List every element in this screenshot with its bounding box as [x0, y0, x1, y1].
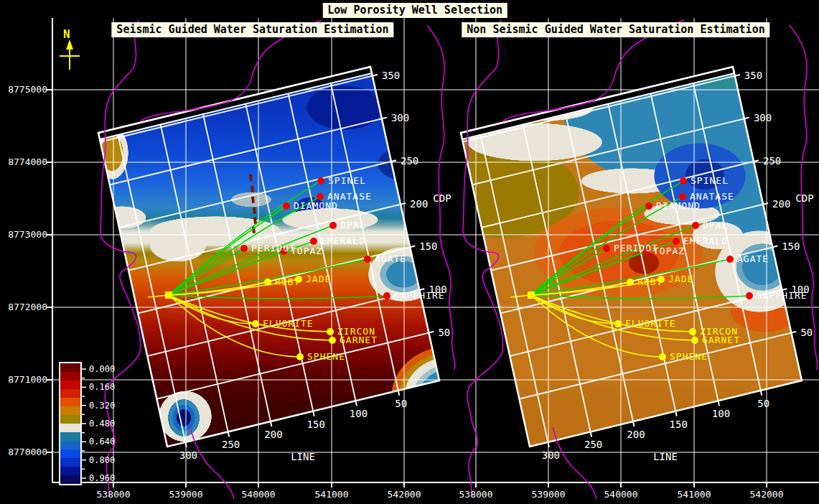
well-label-garnet: GARNET — [702, 335, 740, 345]
cdp-axis-label: 250 — [401, 156, 418, 167]
survey-cdp-tick — [373, 75, 378, 76]
survey-line-tick — [548, 442, 549, 447]
cdp-axis-label: 300 — [391, 113, 409, 123]
cdp-axis-label: 150 — [782, 241, 800, 252]
survey-cdp-tick — [791, 332, 796, 333]
well-label-agate: AGATE — [737, 254, 769, 264]
colorbar-tick-label: 0.320 — [89, 401, 115, 410]
well-label-ruby: RUBY — [637, 277, 663, 287]
survey-cdp-tick — [382, 118, 387, 119]
survey-line-tick — [228, 431, 230, 437]
cdp-axis-label: 50 — [438, 327, 450, 338]
cdp-axis-label: 50 — [800, 327, 813, 338]
well-label-ruby: RUBY — [275, 277, 300, 287]
x-axis-label: 539000 — [169, 490, 203, 500]
y-axis-label: 8773000 — [0, 230, 47, 240]
line-axis-title: LINE — [291, 452, 315, 462]
well-label-fluorite: FLUORITE — [625, 319, 676, 329]
x-axis-label: 541000 — [315, 490, 349, 500]
panel-title-non-seismic: Non Seismic Guided Water Saturation Esti… — [462, 22, 769, 37]
survey-line-tick — [675, 411, 677, 416]
colorbar-swatch — [60, 363, 80, 372]
colorbar-swatch — [60, 449, 80, 458]
survey-cdp-tick — [410, 246, 415, 248]
well-label-garnet: GARNET — [340, 335, 378, 345]
well-label-jade: JADE — [306, 274, 331, 284]
well-label-sphene: SPHENE — [307, 352, 345, 362]
line-axis-label: 150 — [670, 419, 688, 430]
colorbar-tick-label: 0.160 — [89, 383, 115, 391]
line-axis-label: 100 — [350, 409, 368, 419]
survey-line-tick — [633, 421, 635, 426]
cdp-axis-label: 250 — [763, 156, 781, 167]
colorbar-swatch — [60, 415, 80, 424]
colorbar-tick-label: 0.480 — [89, 419, 115, 428]
well-label-spinel: SPINEL — [328, 176, 366, 186]
well-label-topaz: TOPAZ — [653, 246, 685, 256]
survey-line-tick — [398, 391, 400, 396]
y-axis-label: 8775000 — [0, 85, 47, 95]
cdp-axis-title: CDP — [433, 193, 451, 204]
colorbar-swatch — [60, 467, 80, 475]
colorbar-tick-label: 0.640 — [89, 437, 115, 446]
survey-line-tick — [761, 391, 762, 396]
colorbar-swatch — [60, 441, 80, 449]
y-axis-label: 8771000 — [0, 375, 47, 385]
well-label-sapphire: SAPPHIRE — [394, 291, 445, 301]
line-axis-label: 100 — [712, 409, 730, 419]
survey-cdp-tick — [772, 246, 777, 248]
survey-cdp-tick — [429, 332, 434, 333]
line-axis-label: 200 — [627, 429, 645, 440]
well-label-spinel: SPINEL — [691, 176, 729, 186]
colorbar-swatch — [60, 389, 80, 398]
well-label-fluorite: FLUORITE — [263, 319, 314, 329]
cdp-axis-label: 300 — [754, 113, 772, 123]
line-axis-label: 300 — [179, 450, 197, 461]
survey-cdp-tick — [763, 203, 768, 205]
colorbar-swatch — [60, 398, 80, 406]
cdp-axis-label: 350 — [382, 70, 400, 81]
well-label-opal: OPAL — [703, 220, 728, 230]
well-label-emerald: EMERALD — [321, 236, 365, 246]
x-axis-label: 539000 — [532, 490, 566, 500]
colorbar-tick-label: 0.000 — [89, 365, 115, 373]
well-label-sapphire: SAPPHIRE — [757, 291, 808, 301]
survey-line-tick — [313, 411, 314, 416]
survey-cdp-tick — [744, 118, 749, 119]
cdp-axis-label: 200 — [772, 199, 790, 210]
x-axis-label: 538000 — [97, 490, 131, 500]
well-label-topaz: TOPAZ — [291, 246, 322, 256]
line-axis-title: LINE — [653, 452, 678, 462]
colorbar-swatch — [60, 372, 80, 381]
colorbar-swatch — [60, 406, 80, 415]
colorbar-swatch — [60, 432, 80, 441]
colorbar-swatch — [60, 381, 80, 389]
x-axis-label: 538000 — [459, 490, 493, 500]
line-axis-label: 250 — [584, 439, 602, 450]
line-axis-label: 50 — [757, 398, 769, 409]
cdp-axis-label: 150 — [419, 241, 437, 252]
well-label-sphene: SPHENE — [670, 352, 708, 362]
x-axis-label: 542000 — [388, 490, 421, 500]
cdp-axis-label: 350 — [744, 70, 762, 81]
x-axis-label: 540000 — [604, 490, 638, 500]
cdp-axis-title: CDP — [795, 193, 813, 204]
survey-cdp-tick — [735, 75, 740, 76]
y-axis-label: 8772000 — [0, 302, 47, 312]
colorbar-tick-label: 0.960 — [89, 474, 115, 482]
saturation-colorbar — [59, 362, 82, 485]
well-label-jade: JADE — [668, 274, 693, 284]
panel-title-seismic: Seismic Guided Water Saturation Estimati… — [111, 22, 393, 37]
line-axis-label: 300 — [542, 450, 560, 461]
colorbar-swatch — [60, 458, 80, 467]
page-title: Low Porosity Well Selection — [322, 3, 507, 18]
y-axis-label: 8770000 — [0, 447, 47, 457]
colorbar-swatch — [60, 424, 80, 432]
survey-line-tick — [355, 401, 357, 406]
line-axis-label: 250 — [222, 439, 240, 450]
survey-line-tick — [185, 442, 187, 447]
colorbar-tick-label: 0.800 — [89, 456, 115, 465]
survey-cdp-tick — [754, 160, 759, 162]
north-arrow-label: N — [63, 27, 70, 41]
survey-line-tick — [591, 431, 592, 437]
